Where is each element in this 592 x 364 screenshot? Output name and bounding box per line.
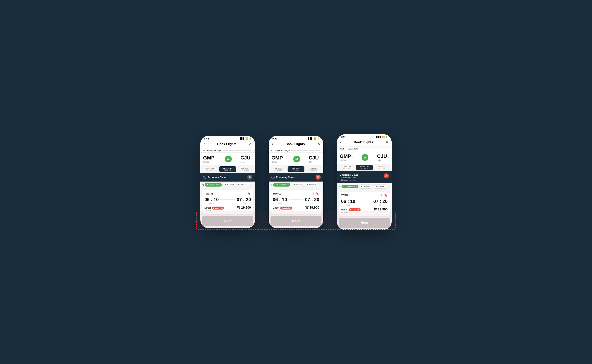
close-button[interactable]: ✕ (249, 142, 252, 146)
battery-icon: 🔋 (386, 136, 388, 138)
date-tabs: Tue 07-20 ₩ 12,500 Wed 07-21 ₩ 19,900 Th… (269, 165, 323, 173)
back-button[interactable]: ‹ (272, 142, 273, 146)
departure-time: 06 : 10 (341, 199, 355, 204)
chip-icon: ✓ (206, 184, 208, 186)
swap-button[interactable]: ⇄ (225, 156, 232, 162)
economy-tooltip-row: Economy Class • 20kg checked bag• 10kg c… (340, 173, 389, 182)
filter-row: ⇅ ✓ Lowest Price ⏱ Fastest ⏱ Direct f... (337, 183, 392, 190)
header-title: Book Flights (217, 142, 237, 146)
back-button[interactable]: ‹ (340, 140, 341, 144)
share-icon[interactable]: ⬆ (244, 192, 246, 195)
phone-1: 9:41 ▋▋▋ 📶 🔋 ‹ Book Flights ✕ 01 choose … (200, 136, 255, 228)
chip-icon: ⏱ (306, 184, 308, 186)
next-button[interactable]: Next (339, 218, 390, 228)
filter-chip-0[interactable]: ✓ Lowest Price (342, 185, 358, 188)
chip-label: Lowest Price (277, 184, 288, 186)
route-arrow: › (352, 156, 353, 159)
bookmark-icon[interactable]: 🔖 (384, 194, 387, 197)
filter-chip-2[interactable]: ⏱ Direct f... (373, 184, 387, 188)
arrival-code: CJU (309, 155, 319, 161)
status-bar: 9:41 ▋▋▋ 📶 🔋 (337, 134, 392, 139)
flight-card[interactable]: TW9701 ⬆ 🔖 06 : 10 GMP 07 : 20 CJU (339, 192, 390, 216)
date-tab-1[interactable]: Wed 07-21 ₩ 19,900 (219, 166, 236, 172)
flight-card[interactable]: TW9701 ⬆ 🔖 06 : 10 GMP 07 : 20 CJU (271, 190, 321, 214)
economy-tooltip-label: Economy Class (340, 173, 358, 176)
economy-bar: i Economy Class ⊕ (269, 173, 323, 182)
economy-toggle-button[interactable]: ⊕ (247, 175, 252, 180)
filter-chip-0[interactable]: ✓ Lowest Price (205, 183, 222, 187)
chip-label: Direct f... (378, 185, 385, 188)
share-icon[interactable]: ⬆ (380, 194, 383, 197)
date-price: ₩ 12,500 (339, 168, 354, 169)
seats-badge: 2 seats left (280, 207, 292, 209)
flight-card-header: TW9701 ⬆ 🔖 (205, 192, 251, 195)
bookmark-icon[interactable]: 🔖 (247, 192, 251, 195)
bookmark-icon[interactable]: 🔖 (316, 192, 319, 195)
economy-label: Economy Class (208, 176, 226, 179)
close-button[interactable]: ✕ (317, 142, 320, 146)
date-tab-1[interactable]: Wed 07-21 ₩ 19,900 (288, 166, 304, 172)
step-dots-container (359, 149, 388, 149)
step-dot (229, 150, 234, 151)
share-icon[interactable]: ⬆ (312, 192, 314, 195)
filter-row: ⇅ ✓ Lowest Price ⏱ Fastest ⏱ Direct f... (269, 182, 323, 188)
swap-button[interactable]: ⇄ (362, 154, 368, 161)
date-tab-0[interactable]: Tue 07-20 ₩ 12,500 (202, 166, 218, 172)
filter-chip-1[interactable]: ⏱ Fastest (359, 184, 372, 188)
chip-icon: ⏱ (238, 184, 240, 186)
date-tab-0[interactable]: Tue 07-20 ₩ 12,500 (270, 166, 287, 172)
status-icons: ▋▋▋ 📶 🔋 (308, 137, 320, 140)
date-price: ₩ 19,900 (356, 168, 372, 169)
filter-chip-1[interactable]: ⏱ Fastest (223, 183, 235, 187)
filter-chip-2[interactable]: ⏱ Direct f... (305, 183, 319, 187)
back-button[interactable]: ‹ (204, 142, 205, 146)
filter-chip-2[interactable]: ⏱ Direct f... (236, 183, 251, 187)
flight-price: ₩ 19,900 (374, 208, 387, 211)
economy-tooltip-details: • 20kg checked bag• 10kg carry-on bag (340, 176, 358, 182)
flight-card[interactable]: TW9701 ⬆ 🔖 06 : 10 GMP 07 : 20 CJU (202, 190, 253, 214)
economy-info-icon[interactable]: i (203, 176, 206, 179)
economy-info-icon[interactable]: i (271, 176, 275, 179)
economy-close-button[interactable]: ✕ (384, 173, 389, 178)
step-dot (223, 150, 228, 151)
app-header: ‹ Book Flights ✕ (269, 140, 323, 148)
step-number: 02 (389, 148, 391, 150)
battery-icon: 🔋 (317, 137, 320, 140)
filter-chip-1[interactable]: ⏱ Fastest (291, 183, 304, 187)
flight-number: TW9701 (273, 192, 281, 195)
close-button[interactable]: ✕ (386, 140, 388, 144)
departure-name: Gimpo (271, 161, 283, 163)
departure-name: Gimpo (203, 161, 214, 163)
phone-3: 9:41 ▋▋▋ 📶 🔋 ‹ Book Flights ✕ 01 choose … (337, 134, 392, 230)
route-arrow: › (284, 157, 285, 161)
step-dot (359, 149, 364, 149)
departure-airport-code: GMP (273, 202, 287, 205)
next-button[interactable]: Next (202, 216, 253, 226)
next-button[interactable]: Next (271, 216, 321, 226)
step-dot (303, 150, 308, 151)
route-row: GMP Gimpo › ⇄ CJU Jeju › (203, 155, 252, 163)
arrival-time: 07 : 20 (237, 197, 251, 202)
seats-badge: 2 seats left (212, 207, 224, 209)
step-dot (234, 150, 239, 151)
departure-code: GMP (340, 153, 351, 159)
arrival-name: Jeju (240, 161, 251, 163)
date-tab-2[interactable]: Thu 07-22 ₩ 12,500 (237, 166, 254, 172)
status-bar: 9:41 ▋▋▋ 📶 🔋 (269, 136, 323, 140)
arrival-name: Jeju (377, 159, 387, 162)
date-tab-1[interactable]: Wed 07-21 ₩ 19,900 (356, 165, 372, 170)
date-tab-2[interactable]: Thu 07-22 ₩ 12,500 (305, 166, 322, 172)
arrival-airport-code: CJU (373, 204, 387, 206)
swap-button[interactable]: ⇄ (293, 156, 300, 162)
date-tab-0[interactable]: Tue 07-20 ₩ 12,500 (338, 165, 355, 170)
phone-2: 9:41 ▋▋▋ 📶 🔋 ‹ Book Flights ✕ 01 choose … (269, 136, 323, 228)
flight-duration: 1h 10m (205, 209, 251, 212)
chip-label: Direct f... (241, 184, 249, 186)
status-icons: ▋▋▋ 📶 🔋 (376, 136, 388, 138)
departure-code: GMP (203, 155, 214, 161)
chip-label: Fastest (364, 185, 370, 188)
economy-toggle-button[interactable]: ⊕ (316, 175, 321, 180)
step-dots-container (291, 150, 320, 151)
date-tab-2[interactable]: Thu 07-22 ₩ 12,500 (374, 165, 390, 170)
filter-chip-0[interactable]: ✓ Lowest Price (273, 183, 290, 187)
